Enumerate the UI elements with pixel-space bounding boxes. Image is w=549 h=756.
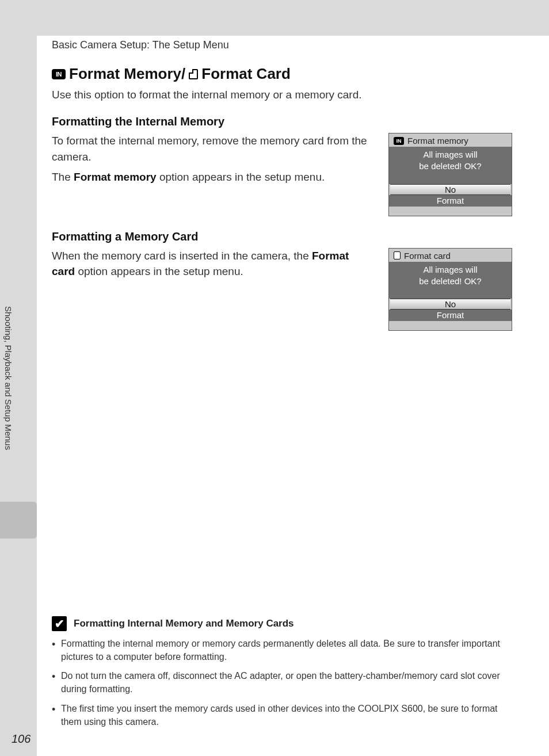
section2-heading: Formatting a Memory Card xyxy=(52,230,512,243)
section1-p2: The Format memory option appears in the … xyxy=(52,169,375,185)
check-icon: ✔ xyxy=(52,616,67,631)
lcd1-message: All images will be deleted! OK? xyxy=(389,147,512,184)
title-text-1: Format Memory/ xyxy=(69,65,185,83)
lcd1-no-button[interactable]: No xyxy=(390,184,510,195)
lcd2-format-button[interactable]: Format xyxy=(389,310,512,321)
lcd1-title: Format memory xyxy=(407,136,468,146)
side-tab-block xyxy=(0,502,37,539)
internal-memory-icon: IN xyxy=(394,137,404,145)
lcd2-title: Format card xyxy=(404,251,451,261)
lcd2-no-button[interactable]: No xyxy=(390,299,510,310)
note-box: ✔ Formatting Internal Memory and Memory … xyxy=(52,616,512,734)
lcd-format-memory: IN Format memory All images will be dele… xyxy=(388,133,512,216)
memory-card-icon xyxy=(189,69,198,79)
lcd2-title-row: Format card xyxy=(389,249,512,262)
lcd2-footer xyxy=(389,321,512,330)
breadcrumb: Basic Camera Setup: The Setup Menu xyxy=(52,36,512,65)
note-item: Do not turn the camera off, disconnect t… xyxy=(52,669,512,696)
note-heading: Formatting Internal Memory and Memory Ca… xyxy=(74,618,294,629)
title-text-2: Format Card xyxy=(201,65,291,83)
lcd1-title-row: IN Format memory xyxy=(389,133,512,147)
section1-body: To format the internal memory, remove th… xyxy=(52,133,375,190)
section2-body: When the memory card is inserted in the … xyxy=(52,248,375,284)
lcd1-format-button[interactable]: Format xyxy=(389,195,512,207)
page-title: IN Format Memory/ Format Card xyxy=(52,65,512,83)
lcd-format-card: Format card All images will be deleted! … xyxy=(388,248,512,331)
section1-heading: Formatting the Internal Memory xyxy=(52,115,512,128)
lcd1-footer xyxy=(389,207,512,216)
note-item: Formatting the internal memory or memory… xyxy=(52,637,512,663)
intro-text: Use this option to format the internal m… xyxy=(52,89,512,101)
side-tab: Shooting, Playback and Setup Menus xyxy=(0,306,37,536)
section1-p1: To format the internal memory, remove th… xyxy=(52,133,375,165)
side-tab-label: Shooting, Playback and Setup Menus xyxy=(3,306,13,450)
lcd2-message: All images will be deleted! OK? xyxy=(389,262,512,299)
memory-card-icon xyxy=(394,251,401,259)
internal-memory-icon: IN xyxy=(52,69,66,79)
note-item: The first time you insert the memory car… xyxy=(52,702,512,728)
page-number: 106 xyxy=(12,732,30,746)
